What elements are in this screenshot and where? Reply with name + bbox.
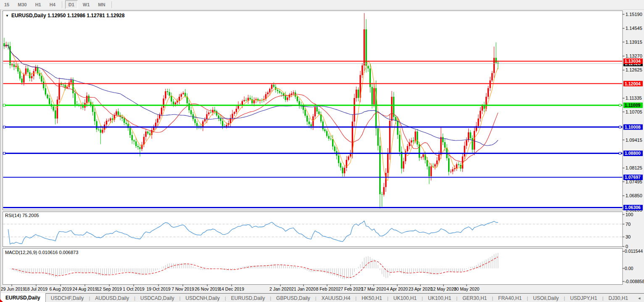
chart-tab-uk100-h1[interactable]: UK100,H1: [423, 294, 456, 302]
chart-tab-usdjpy-h1[interactable]: USDJPY,H1: [565, 294, 602, 302]
chart-tab-hk50-h1[interactable]: HK50,H1: [356, 294, 387, 302]
svg-text:24 Aug 2019: 24 Aug 2019: [73, 286, 98, 291]
chart-title-text: EURUSD,Daily 1.12950 1.12986 1.12781 1.1…: [11, 13, 125, 19]
svg-text:0.00: 0.00: [625, 266, 633, 271]
svg-text:100: 100: [626, 212, 633, 217]
tab-scroll-indicator-icon: [0, 299, 3, 302]
chart-tab-gbpusd-daily[interactable]: GBPUSD,Daily: [271, 294, 315, 302]
chart-tab-dj30-h1[interactable]: DJ30,H1: [604, 294, 633, 302]
svg-text:18 Jul 2019: 18 Jul 2019: [25, 286, 48, 291]
svg-text:1.07697: 1.07697: [625, 175, 641, 180]
svg-text:0: 0: [626, 244, 628, 249]
price-badge-1.07697: 1.07697: [623, 175, 643, 180]
chart-tab-audusd-daily[interactable]: AUDUSD,Daily: [90, 294, 134, 302]
svg-text:27 Feb 2020: 27 Feb 2020: [338, 286, 363, 291]
macd-axis: 0.0115440.00-0.008858: [623, 249, 644, 284]
price-axis: 1.151901.145451.139151.132701.126251.113…: [623, 12, 643, 212]
tab-scroll-arrows: ◄►: [633, 294, 644, 302]
date-axis: 29 Jun 201918 Jul 20196 Aug 201924 Aug 2…: [1, 285, 480, 292]
svg-text:1.15190: 1.15190: [626, 12, 642, 17]
chart-title: ▼EURUSD,Daily 1.12950 1.12986 1.12781 1.…: [5, 13, 124, 19]
svg-text:17 Mar 2020: 17 Mar 2020: [362, 286, 386, 291]
svg-text:2 Jan 2020: 2 Jan 2020: [269, 286, 291, 291]
chart-tab-usdcad-daily[interactable]: USDCAD,Daily: [135, 294, 179, 302]
chart-tab-usdcnh-daily[interactable]: USDCNH,Daily: [180, 294, 224, 302]
svg-text:21 Jan 2020: 21 Jan 2020: [291, 286, 316, 291]
price-badge-1.11009: 1.11009: [623, 103, 643, 108]
svg-text:1.11335: 1.11335: [626, 95, 642, 101]
svg-text:4 Apr 2020: 4 Apr 2020: [387, 286, 408, 291]
svg-text:0.011544: 0.011544: [625, 249, 643, 254]
svg-text:1.08125: 1.08125: [626, 165, 642, 170]
rsi-axis: 10070300: [623, 212, 633, 249]
svg-text:1.09415: 1.09415: [626, 138, 642, 143]
collapse-triangle-icon[interactable]: ▼: [5, 14, 9, 18]
price-badge-1.10008: 1.10008: [623, 125, 643, 130]
svg-text:1.12004: 1.12004: [625, 81, 641, 86]
hline-handle[interactable]: [3, 152, 5, 154]
trading-terminal-window: 15M30H1H4D1W1MN 1.151901.145451.139151.1…: [0, 0, 644, 302]
chart-tab-xauusd-h4[interactable]: XAUUSD,H4: [317, 294, 356, 302]
svg-text:1.11009: 1.11009: [625, 103, 641, 108]
hline-handle[interactable]: [619, 126, 621, 128]
svg-text:6 Aug 2019: 6 Aug 2019: [49, 286, 71, 291]
svg-text:1.10705: 1.10705: [626, 109, 642, 114]
chart-tab-fra40-h1[interactable]: FRA40,H1: [493, 294, 527, 302]
price-badge-1.13034: 1.13034: [623, 58, 643, 64]
chart-tab-uk100-h1[interactable]: UK100,H1: [388, 294, 422, 302]
svg-text:1.08800: 1.08800: [625, 151, 641, 156]
svg-text:12 Sep 2019: 12 Sep 2019: [97, 286, 122, 291]
hline-handle[interactable]: [619, 152, 621, 154]
svg-text:12 May 2020: 12 May 2020: [431, 286, 457, 291]
svg-text:14 Dec 2019: 14 Dec 2019: [219, 286, 244, 291]
svg-text:1 Oct 2019: 1 Oct 2019: [123, 286, 145, 291]
chart-tab-eurusd-daily[interactable]: EURUSD,Daily: [0, 293, 46, 302]
svg-text:26 Nov 2019: 26 Nov 2019: [195, 286, 220, 291]
svg-text:8 Feb 2020: 8 Feb 2020: [316, 286, 338, 291]
hline-handle[interactable]: [3, 126, 5, 128]
macd-indicator-label: MACD(12,26,9) 0.010616 0.006873: [5, 250, 78, 255]
svg-text:1.13270: 1.13270: [626, 53, 642, 58]
svg-text:1.06850: 1.06850: [626, 193, 642, 198]
price-badge-1.06306: 1.06306: [623, 205, 643, 210]
svg-text:1.14545: 1.14545: [626, 26, 642, 31]
pane-borders: [1, 10, 623, 293]
svg-text:70: 70: [626, 222, 631, 227]
chart-tab-eurusd-daily[interactable]: EURUSD,Daily: [226, 294, 270, 302]
svg-text:29 Jun 2019: 29 Jun 2019: [1, 286, 25, 291]
chart-tab-usoil-daily[interactable]: USOil,Daily: [528, 294, 564, 302]
hline-handle[interactable]: [619, 104, 621, 106]
price-badge-1.12004: 1.12004: [623, 81, 643, 86]
chart-tab-ger30-h1[interactable]: GER30,H1: [457, 294, 492, 302]
svg-text:1.06306: 1.06306: [625, 205, 641, 210]
svg-text:-0.008858: -0.008858: [625, 279, 644, 284]
svg-text:19 Oct 2019: 19 Oct 2019: [146, 286, 170, 291]
svg-text:23 Apr 2020: 23 Apr 2020: [409, 286, 433, 291]
svg-text:30 May 2020: 30 May 2020: [454, 286, 480, 291]
svg-text:1.10008: 1.10008: [625, 125, 641, 130]
chart-tab-bar: EURUSD,DailyUSDCHF,Daily|AUDUSD,Daily|US…: [0, 293, 644, 302]
svg-text:30: 30: [626, 234, 631, 239]
svg-text:1.12625: 1.12625: [626, 67, 642, 72]
tab-scroll-left-icon[interactable]: ◄: [637, 296, 641, 300]
svg-text:1.13034: 1.13034: [625, 58, 641, 64]
chart-canvas[interactable]: 1.151901.145451.139151.132701.126251.113…: [0, 0, 644, 293]
chart-tab-usdchf-daily[interactable]: USDCHF,Daily: [46, 294, 89, 302]
rsi-indicator-label: RSI(14) 75.2005: [5, 213, 39, 218]
svg-text:7 Nov 2019: 7 Nov 2019: [172, 286, 194, 291]
svg-text:1.13915: 1.13915: [626, 40, 642, 45]
price-badge-1.08800: 1.08800: [623, 151, 643, 156]
hline-handle[interactable]: [3, 104, 5, 106]
